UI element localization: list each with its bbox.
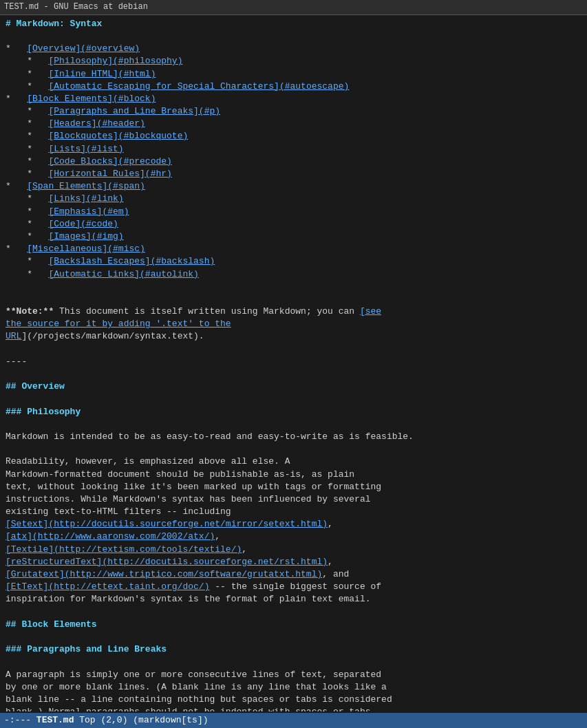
- note-text2: ](/projects/markdown/syntax.text).: [21, 331, 204, 341]
- toc-link-4[interactable]: [Automatic Escaping for Special Characte…: [48, 81, 349, 92]
- link-textile[interactable]: [Textile](http://textism.com/tools/texti…: [6, 544, 242, 555]
- status-filename: TEST.md: [36, 715, 74, 725]
- toc-link-16[interactable]: [Images](#img): [48, 231, 123, 242]
- status-position: Top: [79, 715, 95, 725]
- toc-link-9[interactable]: [Lists](#list): [48, 144, 123, 154]
- toc-link-8[interactable]: [Blockquotes](#blockquote): [48, 131, 188, 141]
- toc-item-13: * [Links](#link): [6, 193, 124, 204]
- note-text1: This document is itself written using Ma…: [54, 306, 360, 317]
- toc-link-5[interactable]: [Block Elements](#block): [27, 94, 156, 104]
- status-mode: -:---: [4, 715, 31, 725]
- link-grutatext[interactable]: [Grutatext](http://www.triptico.com/soft…: [6, 569, 322, 579]
- status-bar: -:--- TEST.md Top (2,0) (markdown[ts]): [0, 713, 587, 728]
- toc-item-7: * [Headers](#header): [6, 118, 145, 129]
- block-elements-heading: ## Block Elements: [6, 619, 97, 630]
- toc-item-1: * [Overview](#overview): [6, 43, 140, 54]
- overview-heading: ## Overview: [6, 381, 65, 392]
- status-cursor: (2,0): [100, 715, 127, 725]
- toc-item-2: * [Philosophy](#philosophy): [6, 56, 182, 66]
- separator-line: ----: [6, 356, 27, 367]
- toc-item-16: * [Images](#img): [6, 231, 124, 242]
- toc-link-1[interactable]: [Overview](#overview): [27, 43, 140, 54]
- toc-link-14[interactable]: [Emphasis](#em): [48, 206, 129, 217]
- link-ettext[interactable]: [EtText](http://ettext.taint.org/doc/): [6, 581, 209, 592]
- toc-item-9: * [Lists](#list): [6, 144, 124, 154]
- toc-item-11: * [Horizontal Rules](#hr): [6, 169, 172, 179]
- toc-link-15[interactable]: [Code](#code): [48, 219, 118, 229]
- toc-link-2[interactable]: [Philosophy](#philosophy): [48, 56, 182, 66]
- toc-item-14: * [Emphasis](#em): [6, 206, 129, 217]
- toc-item-10: * [Code Blocks](#precode): [6, 156, 172, 167]
- note-paragraph: **Note:** This document is itself writte…: [6, 306, 381, 341]
- toc-item-8: * [Blockquotes](#blockquote): [6, 131, 188, 141]
- toc-link-7[interactable]: [Headers](#header): [48, 118, 145, 129]
- status-mode-label: (markdown[ts]): [133, 715, 208, 725]
- toc-item-4: * [Automatic Escaping for Special Charac…: [6, 81, 349, 92]
- note-link-url[interactable]: URL: [6, 331, 21, 341]
- toc-link-10[interactable]: [Code Blocks](#precode): [48, 156, 171, 167]
- status-mode-indicator: -:--- TEST.md Top (2,0) (markdown[ts]): [4, 715, 209, 725]
- note-bold: **Note:**: [6, 306, 54, 317]
- link-atx[interactable]: [atx](http://www.aaronsw.com/2002/atx/): [6, 531, 215, 542]
- note-link-source[interactable]: the source for it by adding '.text' to t…: [6, 319, 231, 329]
- toc-item-18: * [Backslash Escapes](#backslash): [6, 256, 215, 266]
- heading1: # Markdown: Syntax: [6, 19, 102, 29]
- title-text: TEST.md - GNU Emacs at debian: [4, 2, 148, 12]
- link-setext[interactable]: [Setext](http://docutils.sourceforge.net…: [6, 519, 328, 529]
- toc-link-17[interactable]: [Miscellaneous](#misc): [27, 244, 145, 254]
- toc-item-12: * [Span Elements](#span): [6, 181, 145, 191]
- link-rst[interactable]: [reStructuredText](http://docutils.sourc…: [6, 557, 328, 567]
- toc-item-19: * [Automatic Links](#autolink): [6, 269, 199, 279]
- toc-item-6: * [Paragraphs and Line Breaks](#p): [6, 106, 220, 116]
- toc-link-13[interactable]: [Links](#link): [48, 193, 123, 204]
- toc-item-3: * [Inline HTML](#html): [6, 69, 156, 79]
- philosophy-p2: Readability, however, is emphasized abov…: [6, 456, 381, 604]
- editor-area[interactable]: # Markdown: Syntax * [Overview](#overvie…: [0, 15, 587, 711]
- toc-item-15: * [Code](#code): [6, 219, 118, 229]
- toc-link-11[interactable]: [Horizontal Rules](#hr): [48, 169, 171, 179]
- toc-item-17: * [Miscellaneous](#misc): [6, 244, 145, 254]
- paragraphs-p1: A paragraph is simply one or more consec…: [6, 670, 392, 711]
- toc-link-6[interactable]: [Paragraphs and Line Breaks](#p): [48, 106, 220, 116]
- toc-link-3[interactable]: [Inline HTML](#html): [48, 69, 156, 79]
- philosophy-heading: ### Philosophy: [6, 407, 81, 417]
- toc-link-19[interactable]: [Automatic Links](#autolink): [48, 269, 198, 279]
- title-bar: TEST.md - GNU Emacs at debian: [0, 0, 587, 15]
- note-link-see[interactable]: [see: [360, 306, 381, 317]
- toc-link-12[interactable]: [Span Elements](#span): [27, 181, 145, 191]
- paragraphs-heading: ### Paragraphs and Line Breaks: [6, 644, 167, 654]
- toc-item-5: * [Block Elements](#block): [6, 94, 156, 104]
- toc-link-18[interactable]: [Backslash Escapes](#backslash): [48, 256, 215, 266]
- philosophy-p1: Markdown is intended to be as easy-to-re…: [6, 431, 414, 442]
